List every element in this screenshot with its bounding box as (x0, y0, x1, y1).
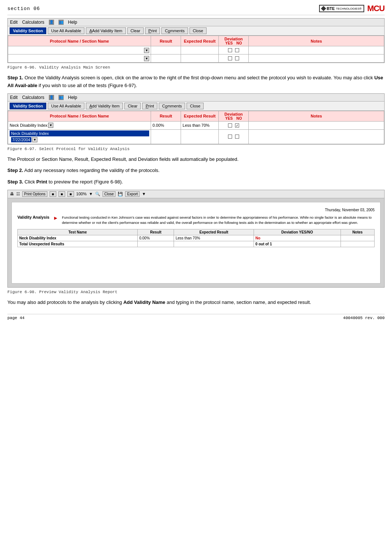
deviation-cell (218, 54, 248, 63)
clear-btn[interactable]: Clear (124, 103, 141, 109)
menu-calculators[interactable]: Calculators (22, 20, 44, 25)
menu-calculators[interactable]: Calculators (22, 95, 44, 100)
table-row: ▼ (8, 46, 384, 54)
th-deviation: Deviation YES NO (218, 36, 248, 46)
print-options-icon: ☷ (16, 192, 20, 196)
person2-icon: 👥 (58, 95, 64, 100)
yes-checkbox[interactable] (228, 56, 232, 60)
final-text: You may also add protocols to the analys… (7, 299, 385, 306)
step3-end: to preview the report (Figure 6-98). (48, 179, 123, 185)
th-notes: Notes (341, 229, 374, 235)
th-expected: Expected Result (181, 111, 219, 121)
export-dropdown[interactable]: ▼ (142, 192, 146, 196)
step1-text: Step 1. Once the Validity Analysis scree… (7, 74, 385, 90)
print-preview-toolbar: 🖶 ☷ Print Options ■ ■ ■ 100% ▼ 🔍 Close 💾… (8, 190, 384, 198)
use-all-available-btn[interactable]: Use All Available (48, 103, 84, 109)
deviation-cell: No (254, 235, 341, 241)
final-end: and typing in the protocol name, section… (167, 299, 311, 305)
dropdown-arrow-icon[interactable]: ▼ (32, 137, 37, 142)
add-validity-item-btn[interactable]: AAdd Validity Item (86, 27, 125, 34)
step3-label: Step 3. (7, 179, 23, 185)
expected-cell (181, 46, 219, 54)
export-icon: 💾 (118, 192, 123, 196)
dropdown-arrow-icon[interactable]: ▼ (144, 56, 149, 61)
th-expected: Expected Result (181, 36, 219, 46)
print-options-btn[interactable]: Print Options (22, 191, 47, 197)
step3-bold: Print (36, 179, 47, 185)
validity-table-96: Protocol Name / Section Name Result Expe… (8, 36, 384, 63)
deviation-cell (218, 129, 248, 144)
comments-btn[interactable]: Comments (159, 103, 185, 109)
figure-98-box: 🖶 ☷ Print Options ■ ■ ■ 100% ▼ 🔍 Close 💾… (7, 190, 385, 288)
person-icon: 👤 (49, 95, 54, 100)
validity-table-97: Protocol Name / Section Name Result Expe… (8, 111, 384, 144)
close-btn[interactable]: Close (187, 103, 204, 109)
comments-btn[interactable]: Comments (161, 27, 188, 34)
step1-end: if you wish to use all of the tests (Fig… (38, 83, 137, 88)
notes-cell (249, 129, 384, 144)
close-btn[interactable]: Close (190, 27, 207, 34)
page-btn-1[interactable]: ■ (50, 191, 56, 197)
result-cell (151, 46, 181, 54)
no-checkbox[interactable] (235, 56, 239, 60)
table-row: ▼ (8, 54, 384, 63)
page-btn-2[interactable]: ■ (58, 191, 65, 197)
result-cell: 0.00% (151, 121, 181, 129)
figure-97-caption: Figure 6-97. Select Protocol for Validit… (7, 147, 385, 151)
close-preview-btn[interactable]: Close (103, 191, 116, 197)
figure-96-toolbar: Validity Section Use All Available AAdd … (8, 26, 384, 36)
print-table-header-row: Test Name Result Expected Result Deviati… (18, 229, 375, 235)
report-date: Thursday, November 03, 2005 (17, 208, 375, 212)
th-result: Result (151, 36, 181, 46)
validity-section-btn[interactable]: Validity Section (10, 103, 46, 109)
export-btn[interactable]: Export (125, 191, 140, 197)
menu-edit[interactable]: Edit (10, 20, 18, 25)
menu-help[interactable]: Help (68, 95, 77, 100)
menu-edit[interactable]: Edit (10, 95, 18, 100)
print-btn[interactable]: Print (142, 103, 157, 109)
step2-body: Add any necessary notes regarding the va… (24, 168, 160, 173)
yes-checkbox[interactable] (228, 135, 232, 139)
print-data-row: Neck Disability Index 0.00% Less than 70… (18, 235, 375, 241)
add-validity-item-btn[interactable]: Add Validity Item (86, 103, 123, 109)
mcu-logo: MCU (367, 4, 385, 13)
validity-analysis-title: Validity Analysis ► Functional testing c… (17, 215, 375, 226)
th-deviation-yesno: Deviation YES/NO (254, 229, 341, 235)
use-all-available-btn[interactable]: Use All Available (48, 27, 84, 34)
logo-area: BTE TECHNOLOGIES® MCU (319, 4, 385, 13)
notes-cell (249, 54, 384, 63)
step2-label: Step 2. (7, 168, 23, 173)
menu-help[interactable]: Help (68, 20, 77, 25)
va-label: Validity Analysis (17, 215, 49, 219)
expected-cell (181, 54, 219, 63)
figure-96-box: Edit Calculators 👤 👥 Help Validity Secti… (7, 18, 385, 63)
zoom-dropdown[interactable]: ▼ (89, 192, 93, 196)
dropdown-arrow-icon[interactable]: ▼ (48, 123, 53, 128)
dropdown-arrow-icon[interactable]: ▼ (144, 48, 149, 53)
yes-checkbox[interactable] (228, 123, 232, 127)
result-cell (151, 129, 181, 144)
deviation-cell (218, 121, 248, 129)
th-notes: Notes (249, 111, 384, 121)
step3-pre: Click (24, 179, 36, 185)
total-deviation: 0 out of 1 (254, 241, 341, 247)
deviation-cell (218, 46, 248, 54)
technologies-text: TECHNOLOGIES® (336, 7, 361, 10)
no-checkbox[interactable] (235, 48, 239, 52)
th-test-name: Test Name (18, 229, 138, 235)
page-btn-3[interactable]: ■ (67, 191, 74, 197)
protocol-cell: Neck Disability Index ▼ (8, 121, 151, 129)
clear-btn[interactable]: Clear (127, 27, 144, 34)
notes-cell (249, 46, 384, 54)
va-description: Functional testing conducted in Ken John… (62, 215, 375, 226)
validity-section-btn[interactable]: Validity Section (10, 27, 46, 34)
print-btn[interactable]: Print (145, 27, 160, 34)
expected-cell (181, 129, 219, 144)
no-checkbox-checked[interactable] (235, 123, 239, 127)
no-checkbox[interactable] (235, 135, 239, 139)
step1-body: Once the Validity Analysis screen is ope… (24, 75, 374, 80)
total-result (138, 241, 174, 247)
final-pre: You may also add protocols to the analys… (7, 299, 122, 305)
yes-checkbox[interactable] (228, 48, 232, 52)
bte-logo: BTE TECHNOLOGIES® (319, 5, 364, 12)
